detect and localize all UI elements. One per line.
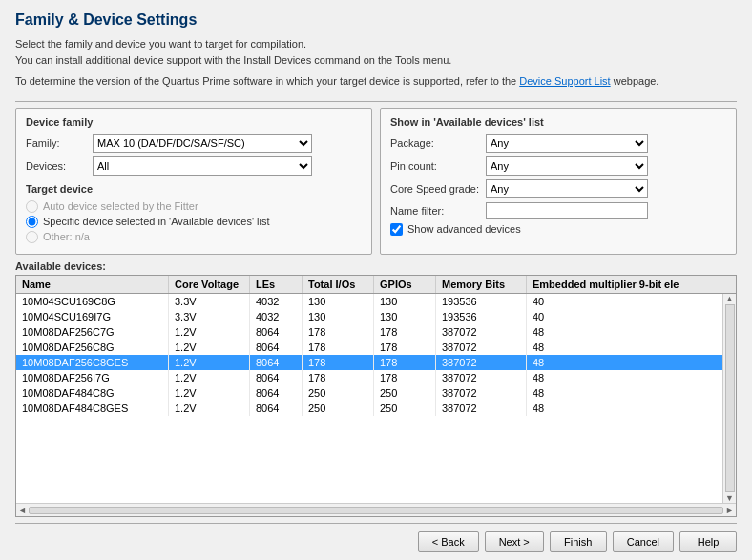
table-cell: 178 [303, 355, 374, 370]
show-advanced-row: Show advanced devices [390, 223, 726, 236]
table-header: Name Core Voltage LEs Total I/Os GPIOs M… [16, 276, 736, 294]
name-filter-input[interactable] [486, 202, 648, 219]
family-select[interactable]: MAX 10 (DA/DF/DC/SA/SF/SC) [93, 134, 312, 153]
table-cell: 4032 [250, 309, 303, 324]
table-row[interactable]: 10M04SCU169C8G3.3V403213013019353640 [16, 294, 722, 309]
table-cell: 4032 [250, 294, 303, 309]
desc-line3-suffix: webpage. [611, 75, 659, 87]
table-cell: 178 [374, 340, 436, 355]
table-row[interactable]: 10M08DAF484C8GES1.2V806425025038707248 [16, 401, 722, 416]
table-row[interactable]: 10M08DAF256C8G1.2V806417817838707248 [16, 340, 722, 355]
devices-row: Devices: All [26, 156, 362, 176]
table-cell: 8064 [250, 401, 303, 416]
device-support-link[interactable]: Device Support List [519, 75, 610, 87]
table-cell: 178 [303, 370, 374, 385]
target-device-title: Target device [26, 183, 362, 195]
table-cell: 3.3V [169, 309, 250, 324]
radio-specific[interactable] [26, 216, 38, 228]
vertical-scrollbar[interactable]: ▲ ▼ [722, 294, 736, 504]
desc-line1: Select the family and device you want to… [15, 38, 306, 50]
table-cell: 130 [303, 294, 374, 309]
main-content: Device family Family: MAX 10 (DA/DF/DC/S… [15, 108, 737, 518]
table-cell: 10M08DAF484C8GES [16, 401, 169, 416]
col-header-name: Name [16, 276, 169, 293]
pin-count-row: Pin count: Any [390, 156, 726, 176]
radio-other[interactable] [26, 231, 38, 243]
scroll-down-arrow[interactable]: ▼ [725, 493, 734, 503]
core-speed-row: Core Speed grade: Any [390, 179, 726, 198]
table-cell: 387072 [436, 401, 527, 416]
col-header-memory: Memory Bits [436, 276, 527, 293]
desc-line3-prefix: To determine the version of the Quartus … [15, 75, 519, 87]
radio-auto[interactable] [26, 200, 38, 213]
cancel-button[interactable]: Cancel [613, 531, 674, 552]
pin-count-select[interactable]: Any [486, 156, 648, 176]
table-row[interactable]: 10M08DAF256C7G1.2V806417817838707248 [16, 324, 722, 340]
device-family-title: Device family [26, 116, 362, 128]
device-family-panel: Device family Family: MAX 10 (DA/DF/DC/S… [15, 108, 372, 255]
dialog: Family & Device Settings Select the fami… [0, 0, 752, 560]
devices-select[interactable]: All [93, 156, 312, 176]
description: Select the family and device you want to… [15, 36, 737, 68]
table-cell: 250 [374, 385, 436, 401]
radio-specific-row: Specific device selected in 'Available d… [26, 216, 362, 228]
col-header-scroll [679, 276, 693, 293]
table-cell: 387072 [436, 370, 527, 385]
col-header-embedded: Embedded multiplier 9-bit elements ▲ [527, 276, 679, 293]
table-cell: 48 [527, 355, 679, 370]
table-cell: 130 [303, 309, 374, 324]
target-device-section: Target device Auto device selected by th… [26, 183, 362, 243]
package-select[interactable]: Any [486, 134, 648, 153]
table-row[interactable]: 10M04SCU169I7G3.3V403213013019353640 [16, 309, 722, 324]
family-row: Family: MAX 10 (DA/DF/DC/SA/SF/SC) [26, 134, 362, 153]
table-cell: 250 [303, 401, 374, 416]
show-advanced-label: Show advanced devices [407, 223, 521, 235]
finish-button[interactable]: Finish [550, 531, 607, 552]
devices-label: Devices: [26, 160, 93, 172]
table-cell: 178 [374, 324, 436, 340]
table-cell: 48 [527, 370, 679, 385]
table-cell: 8064 [250, 370, 303, 385]
core-speed-select[interactable]: Any [486, 179, 648, 198]
table-cell: 10M08DAF484C8G [16, 385, 169, 401]
horiz-scroll-track[interactable] [29, 507, 723, 514]
show-advanced-checkbox[interactable] [390, 223, 403, 236]
family-label: Family: [26, 137, 93, 149]
table-cell: 8064 [250, 385, 303, 401]
table-row[interactable]: 10M08DAF256C8GES1.2V806417817838707248 [16, 355, 722, 370]
devices-table: Name Core Voltage LEs Total I/Os GPIOs M… [15, 275, 737, 518]
desc-line2: You can install additional device suppor… [15, 54, 451, 66]
table-cell: 193536 [436, 294, 527, 309]
table-cell: 250 [303, 385, 374, 401]
scroll-right-arrow[interactable]: ► [725, 506, 734, 515]
back-button[interactable]: < Back [418, 531, 479, 552]
top-panels: Device family Family: MAX 10 (DA/DF/DC/S… [15, 108, 737, 255]
table-cell: 8064 [250, 324, 303, 340]
scroll-left-arrow[interactable]: ◄ [18, 506, 27, 515]
help-button[interactable]: Help [679, 531, 737, 552]
table-row[interactable]: 10M08DAF484C8G1.2V806425025038707248 [16, 385, 722, 401]
table-cell: 178 [374, 355, 436, 370]
table-cell: 10M08DAF256C8GES [16, 355, 169, 370]
horizontal-scrollbar[interactable]: ◄ ► [16, 503, 736, 516]
table-cell: 1.2V [169, 401, 250, 416]
table-cell: 48 [527, 340, 679, 355]
name-filter-row: Name filter: [390, 202, 726, 219]
col-header-voltage: Core Voltage [169, 276, 250, 293]
table-row[interactable]: 10M08DAF256I7G1.2V806417817838707248 [16, 370, 722, 385]
table-cell: 130 [374, 294, 436, 309]
col-header-gpios: GPIOs [374, 276, 436, 293]
scroll-thumb[interactable] [725, 304, 735, 493]
footer: < Back Next > Finish Cancel Help [15, 523, 737, 552]
table-cell: 48 [527, 324, 679, 340]
available-devices-title: Available devices: [15, 260, 737, 272]
scroll-up-arrow[interactable]: ▲ [725, 294, 734, 303]
table-cell: 48 [527, 401, 679, 416]
table-cell: 10M04SCU169I7G [16, 309, 169, 324]
show-in-title: Show in 'Available devices' list [390, 116, 726, 128]
table-cell: 178 [374, 370, 436, 385]
table-cell: 178 [303, 340, 374, 355]
table-scroll-wrapper: 10M04SCU169C8G3.3V40321301301935364010M0… [16, 294, 736, 504]
next-button[interactable]: Next > [485, 531, 544, 552]
table-cell: 1.2V [169, 355, 250, 370]
